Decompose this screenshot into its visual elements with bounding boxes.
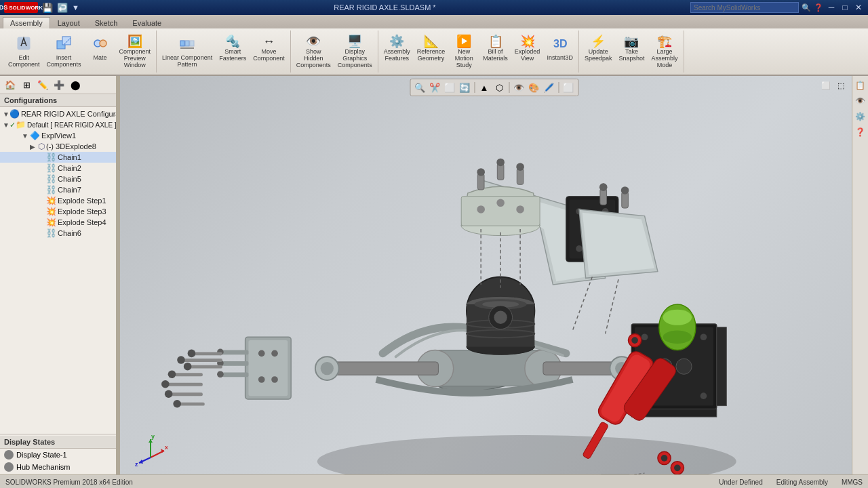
search-icon[interactable]: 🔍 xyxy=(802,3,811,12)
vp-scene-button[interactable]: 🖊️ xyxy=(542,81,555,94)
restore-button[interactable]: □ xyxy=(840,2,850,13)
exploded-view-button[interactable]: 💥 ExplodedView xyxy=(512,34,543,70)
right-sidebar: 📋 👁️ ⚙️ ❓ xyxy=(852,76,868,474)
sidebar-settings-button[interactable]: ⬤ xyxy=(68,77,83,92)
tree-3dexplode8[interactable]: ▶ ⬡ (-) 3DExplode8 xyxy=(0,141,116,152)
vp-appearance-button[interactable]: 🎨 xyxy=(527,81,540,94)
tree-chain7[interactable]: ⛓️ Chain7 xyxy=(0,184,116,195)
tree-explview1[interactable]: ▼ 🔷 ExplView1 xyxy=(0,130,116,141)
tree-root[interactable]: ▼ 🔵 REAR RIGID AXLE Configuration(s) xyxy=(0,108,116,119)
tree-chain6[interactable]: ⛓️ Chain6 xyxy=(0,228,116,239)
instant3d-button[interactable]: 3D Instant3D xyxy=(544,34,576,70)
minimize-button[interactable]: ─ xyxy=(826,2,837,13)
step3-icon: 💥 xyxy=(46,207,56,216)
svg-rect-34 xyxy=(193,352,222,355)
svg-text:3D: 3D xyxy=(553,38,567,49)
config-folder-icon: 📁 xyxy=(16,120,26,129)
root-expander[interactable]: ▼ xyxy=(3,110,9,118)
linear-pattern-icon xyxy=(179,35,195,54)
vp-orient-button[interactable]: ▲ xyxy=(477,81,491,94)
default-config-expander[interactable]: ▼ xyxy=(3,121,9,129)
titlebar-title: REAR RIGID AXLE.SLDASM * xyxy=(334,3,435,12)
quick-access-options[interactable]: ▼ xyxy=(72,3,79,12)
sidebar-home-button[interactable]: 🏠 xyxy=(3,77,18,92)
insert-components-button[interactable]: InsertComponents xyxy=(44,34,84,70)
component-preview-button[interactable]: 🖼️ ComponentPreviewWindow xyxy=(117,34,154,70)
tree-chain1[interactable]: ⛓️ Chain1 xyxy=(0,152,116,163)
svg-point-67 xyxy=(674,465,681,472)
linear-pattern-button[interactable]: Linear ComponentPattern xyxy=(159,34,215,69)
rs-view-button[interactable]: 👁️ xyxy=(854,94,867,108)
tree-explode-step4[interactable]: 💥 Explode Step4 xyxy=(0,217,116,228)
update-speedpak-label: UpdateSpeedpak xyxy=(585,48,612,62)
rs-prop-button[interactable]: 📋 xyxy=(854,79,867,92)
reference-geometry-icon: 📐 xyxy=(424,35,439,47)
mate-button[interactable]: Mate xyxy=(85,34,115,70)
tree-chain2[interactable]: ⛓️ Chain2 xyxy=(0,163,116,174)
rs-settings-button[interactable]: ⚙️ xyxy=(854,110,867,123)
svg-point-37 xyxy=(188,350,196,358)
vp-split-horiz-button[interactable]: ⬚ xyxy=(834,79,848,92)
quick-access-save[interactable]: 💾 xyxy=(42,3,53,13)
tab-assembly[interactable]: Assembly xyxy=(3,17,50,28)
edit-component-button[interactable]: EditComponent xyxy=(5,34,43,70)
statusbar: SOLIDWORKS Premium 2018 x64 Edition Unde… xyxy=(0,474,868,488)
display-graphics-button[interactable]: 🖥️ DisplayGraphicsComponents xyxy=(335,34,375,70)
rs-help-button[interactable]: ❓ xyxy=(854,125,867,139)
bill-of-materials-label: Bill ofMaterials xyxy=(483,48,508,62)
update-speedpak-button[interactable]: ⚡ UpdateSpeedpak xyxy=(582,34,615,70)
assembly-features-label: AssemblyFeatures xyxy=(384,48,410,62)
display-state-1[interactable]: Display State-1 xyxy=(0,449,116,461)
svg-point-41 xyxy=(168,370,176,378)
tree-explode-step3[interactable]: 💥 Explode Step3 xyxy=(0,206,116,217)
show-hidden-button[interactable]: 👁️ ShowHiddenComponents xyxy=(294,34,334,70)
display-state-hub[interactable]: Hub Mechanism xyxy=(0,461,116,473)
tree-default-config[interactable]: ▼ ✓ 📁 Default [ REAR RIGID AXLE ] xyxy=(0,119,116,130)
take-snapshot-button[interactable]: 📷 TakeSnapshot xyxy=(616,34,647,70)
svg-point-39 xyxy=(184,363,192,371)
vp-display-style-button[interactable]: ⬡ xyxy=(492,81,506,94)
quick-access-undo[interactable]: ↩️ xyxy=(57,3,68,13)
assembly-features-button[interactable]: ⚙️ AssemblyFeatures xyxy=(381,34,413,70)
vp-select-button[interactable]: ✂️ xyxy=(428,81,441,94)
assembly-3d-view[interactable] xyxy=(120,95,868,474)
step1-label: Explode Step1 xyxy=(58,197,106,205)
chain1-icon: ⛓️ xyxy=(46,152,56,162)
mate-icon xyxy=(92,35,108,54)
display-state-hub-label: Hub Mechanism xyxy=(16,463,70,471)
tab-layout[interactable]: Layout xyxy=(50,17,87,28)
sidebar-grid-button[interactable]: ⊞ xyxy=(19,77,34,92)
vp-view-settings-button[interactable]: ⬜ xyxy=(561,81,575,94)
titlebar-left: 3DS SOLIDWORKS 💾 ↩️ ▼ xyxy=(4,2,79,13)
statusbar-right: Under Defined Editing Assembly MMGS xyxy=(719,479,863,486)
new-motion-button[interactable]: ▶️ NewMotionStudy xyxy=(449,34,479,70)
large-assembly-label: LargeAssemblyMode xyxy=(651,48,677,68)
vp-hide-show-button[interactable]: 👁️ xyxy=(512,81,526,94)
sidebar-add-button[interactable]: ➕ xyxy=(52,77,66,92)
search-input[interactable] xyxy=(690,2,799,13)
explview1-expander[interactable]: ▼ xyxy=(22,132,30,140)
help-icon[interactable]: ❓ xyxy=(814,3,823,12)
tab-sketch[interactable]: Sketch xyxy=(87,17,125,28)
vp-rotate-button[interactable]: 🔄 xyxy=(458,81,471,94)
tree-chain5[interactable]: ⛓️ Chain5 xyxy=(0,174,116,184)
svg-rect-7 xyxy=(180,41,184,46)
viewport[interactable]: 🔍 ✂️ ⬜ 🔄 ▲ ⬡ 👁️ 🎨 🖊️ ⬜ ⬜ ⬚ ⤢ xyxy=(120,76,868,474)
tree-explode-step1[interactable]: 💥 Explode Step1 xyxy=(0,195,116,206)
bill-of-materials-button[interactable]: 📋 Bill ofMaterials xyxy=(480,34,511,70)
assembly-features-icon: ⚙️ xyxy=(389,35,404,47)
svg-point-26 xyxy=(258,376,265,383)
tab-evaluate[interactable]: Evaluate xyxy=(125,17,169,28)
large-assembly-button[interactable]: 🏗️ LargeAssemblyMode xyxy=(648,34,680,70)
sidebar-edit-button[interactable]: ✏️ xyxy=(35,77,50,92)
reference-geometry-button[interactable]: 📐 ReferenceGeometry xyxy=(414,34,448,70)
svg-point-57 xyxy=(676,359,692,374)
close-button[interactable]: ✕ xyxy=(853,2,864,13)
smart-fasteners-button[interactable]: 🔩 SmartFasteners xyxy=(216,34,249,69)
move-component-button[interactable]: ↔️ MoveComponent xyxy=(250,34,288,69)
vp-split-vert-button[interactable]: ⬜ xyxy=(819,79,833,92)
vp-zoom-button[interactable]: 🔍 xyxy=(413,81,427,94)
vp-window-button[interactable]: ⬜ xyxy=(443,81,456,94)
top-plate xyxy=(461,159,540,288)
3dexplode8-expander[interactable]: ▶ xyxy=(30,143,38,150)
